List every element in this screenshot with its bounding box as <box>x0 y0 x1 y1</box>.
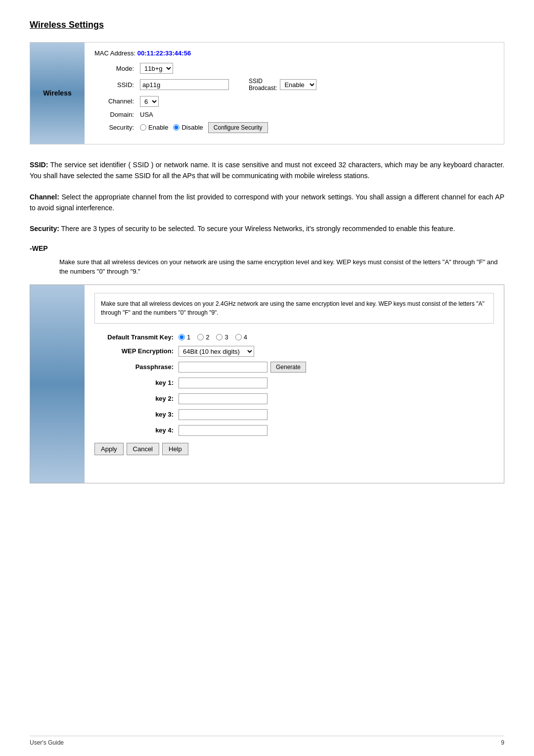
key3-row: key 3: <box>94 409 494 420</box>
wep-description: Make sure that all wireless devices on y… <box>59 257 504 277</box>
security-row: Security: Enable Disable Configure Secur… <box>94 122 494 133</box>
transmit-key-4-label: 4 <box>244 333 247 341</box>
passphrase-input[interactable] <box>178 362 267 373</box>
key3-label: key 3: <box>94 411 174 418</box>
transmit-key-4-radio[interactable] <box>235 334 242 340</box>
ssid-value-area <box>140 79 229 90</box>
security-label: Security: <box>94 124 134 131</box>
wep-heading: -WEP <box>30 244 504 252</box>
domain-value: USA <box>140 111 153 118</box>
security-term: Security: <box>30 225 59 233</box>
page-title: Wireless Settings <box>30 20 504 30</box>
wep-encryption-row: WEP Encryption: 64Bit (10 hex digits) 12… <box>94 346 494 357</box>
transmit-key-row: Default Transmit Key: 1 2 3 <box>94 333 494 341</box>
transmit-key-1-label: 1 <box>187 333 190 341</box>
transmit-key-2-option: 2 <box>197 333 209 341</box>
key1-row: key 1: <box>94 378 494 388</box>
ssid-input[interactable] <box>140 79 229 90</box>
cancel-button[interactable]: Cancel <box>127 443 159 455</box>
key2-input[interactable] <box>178 393 267 404</box>
wep-buttons: Apply Cancel Help <box>94 443 494 455</box>
apply-button[interactable]: Apply <box>94 443 124 455</box>
wep-content: Make sure that all wireless devices on y… <box>85 285 504 483</box>
wep-sidebar <box>30 285 85 483</box>
wep-encryption-value: 64Bit (10 hex digits) 128Bit (26 hex dig… <box>178 346 254 357</box>
transmit-key-4-option: 4 <box>235 333 247 341</box>
wep-notice: Make sure that all wireless devices on y… <box>94 293 494 324</box>
transmit-key-2-radio[interactable] <box>197 334 204 340</box>
ssid-label: SSID: <box>94 81 134 89</box>
mac-address-row: MAC Address: 00:11:22:33:44:56 <box>94 49 494 57</box>
domain-label: Domain: <box>94 111 134 118</box>
wep-box-inner: Make sure that all wireless devices on y… <box>30 285 504 483</box>
transmit-key-options: 1 2 3 4 <box>178 333 247 341</box>
key2-label: key 2: <box>94 395 174 402</box>
mode-row: Mode: 11b+g <box>94 63 494 74</box>
mode-label: Mode: <box>94 65 134 72</box>
security-options: Enable Disable Configure Security <box>140 122 268 133</box>
ssid-row: SSID: SSIDBroadcast: Enable Disable <box>94 78 494 92</box>
key1-input[interactable] <box>178 378 267 388</box>
channel-label: Channel: <box>94 97 134 105</box>
domain-row: Domain: USA <box>94 111 494 118</box>
transmit-key-3-label: 3 <box>224 333 228 341</box>
channel-value: 6 <box>140 96 159 107</box>
key3-input[interactable] <box>178 409 267 420</box>
wep-settings-box: Make sure that all wireless devices on y… <box>30 284 504 483</box>
security-description-text: There are 3 types of security to be sele… <box>59 225 455 233</box>
key2-row: key 2: <box>94 393 494 404</box>
channel-description: Channel: Select the appropriate channel … <box>30 191 504 214</box>
passphrase-label: Passphrase: <box>94 363 174 371</box>
channel-select[interactable]: 6 <box>140 96 159 107</box>
transmit-key-2-label: 2 <box>206 333 209 341</box>
wireless-sidebar: Wireless <box>30 43 85 144</box>
key4-row: key 4: <box>94 425 494 436</box>
ssid-description: SSID: The service set identifier ( SSID … <box>30 159 504 182</box>
mac-address-value: 00:11:22:33:44:56 <box>137 49 191 57</box>
key4-input[interactable] <box>178 425 267 436</box>
transmit-key-1-option: 1 <box>178 333 190 341</box>
security-disable-label: Disable <box>181 124 203 131</box>
security-disable-radio[interactable] <box>173 124 179 131</box>
security-enable-radio[interactable] <box>140 124 146 131</box>
key4-label: key 4: <box>94 426 174 434</box>
configure-security-button[interactable]: Configure Security <box>208 122 268 133</box>
channel-term: Channel: <box>30 193 59 201</box>
help-button[interactable]: Help <box>162 443 188 455</box>
passphrase-row: Passphrase: Generate <box>94 362 494 373</box>
generate-button[interactable]: Generate <box>270 362 306 373</box>
transmit-key-1-radio[interactable] <box>178 334 185 340</box>
ssid-description-text: The service set identifier ( SSID ) or n… <box>30 161 504 180</box>
channel-description-text: Select the appropriate channel from the … <box>30 193 504 212</box>
ssid-term: SSID: <box>30 161 48 169</box>
security-disable-option: Disable <box>173 124 203 131</box>
ssid-broadcast-select[interactable]: Enable Disable <box>280 79 316 90</box>
page-footer: User's Guide 9 <box>30 736 504 746</box>
ssid-broadcast-label: SSIDBroadcast: <box>249 78 277 92</box>
passphrase-value: Generate <box>178 362 306 373</box>
wep-encryption-label: WEP Encryption: <box>94 347 174 355</box>
security-enable-label: Enable <box>148 124 168 131</box>
ssid-broadcast-area: SSIDBroadcast: Enable Disable <box>249 78 316 92</box>
wep-encryption-select[interactable]: 64Bit (10 hex digits) 128Bit (26 hex dig… <box>178 346 254 357</box>
security-enable-option: Enable <box>140 124 168 131</box>
footer-right: 9 <box>501 739 504 746</box>
wireless-sidebar-label: Wireless <box>43 89 71 97</box>
transmit-key-3-option: 3 <box>216 333 228 341</box>
mac-address-prefix: MAC Address: <box>94 49 137 57</box>
security-description: Security: There are 3 types of security … <box>30 223 504 234</box>
wireless-settings-box: Wireless MAC Address: 00:11:22:33:44:56 … <box>30 42 504 144</box>
wireless-content: MAC Address: 00:11:22:33:44:56 Mode: 11b… <box>85 43 504 144</box>
channel-row: Channel: 6 <box>94 96 494 107</box>
wep-section: -WEP Make sure that all wireless devices… <box>30 244 504 277</box>
transmit-key-3-radio[interactable] <box>216 334 222 340</box>
transmit-key-label: Default Transmit Key: <box>94 333 174 341</box>
footer-left: User's Guide <box>30 739 64 746</box>
mode-value: 11b+g <box>140 63 173 74</box>
key1-label: key 1: <box>94 379 174 386</box>
mode-select[interactable]: 11b+g <box>140 63 173 74</box>
